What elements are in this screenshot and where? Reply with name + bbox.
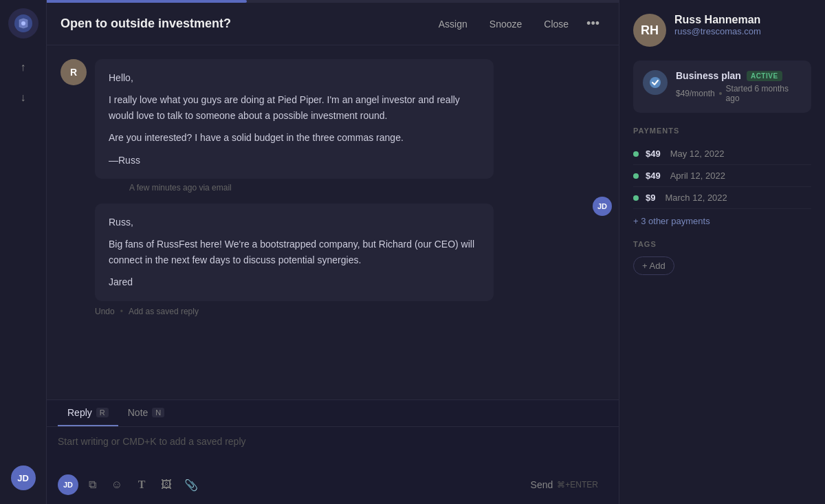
add-tag-button[interactable]: + Add	[633, 256, 674, 275]
emoji-icon-button[interactable]: ☺	[106, 474, 128, 496]
reply-actions: Undo • Add as saved reply	[95, 307, 605, 316]
composer-body[interactable]: Start writing or CMD+K to add a saved re…	[47, 427, 619, 468]
tags-section: TAGS + Add	[633, 240, 811, 275]
payment-dot-3	[633, 195, 639, 201]
conversation-title: Open to outside investment?	[60, 17, 429, 31]
image-icon: 🖼	[161, 479, 172, 491]
tab-reply[interactable]: Reply R	[58, 400, 118, 426]
message-body-1: I really love what you guys are doing at…	[109, 92, 480, 123]
composer-user-avatar: JD	[58, 474, 78, 495]
contact-info: Russ Hanneman russ@trescomas.com	[674, 14, 761, 36]
subscription-name: Business plan ACTIVE	[676, 70, 802, 81]
copy-icon-button[interactable]: ⧉	[81, 474, 103, 496]
composer-footer: JD ⧉ ☺ T 🖼 📎 Send ⌘+ENTER	[47, 468, 619, 504]
incoming-message: R Hello, I really love what you guys are…	[60, 59, 605, 193]
subscription-details: Business plan ACTIVE $49/month Started 6…	[676, 70, 802, 103]
sender-avatar: R	[60, 59, 87, 85]
payment-item-1: $49 May 12, 2022	[633, 143, 811, 165]
progress-fill	[47, 0, 247, 3]
undo-link[interactable]: Undo	[95, 307, 115, 316]
send-shortcut: ⌘+ENTER	[557, 480, 598, 490]
active-badge: ACTIVE	[747, 71, 782, 81]
snooze-button[interactable]: Snooze	[480, 14, 531, 34]
payments-title: PAYMENTS	[633, 127, 811, 135]
top-bar: Open to outside investment? Assign Snooz…	[47, 3, 619, 45]
subscription-card: Business plan ACTIVE $49/month Started 6…	[633, 61, 811, 113]
action-buttons: Assign Snooze Close •••	[429, 12, 605, 35]
assign-button[interactable]: Assign	[429, 14, 477, 34]
message-bubble: Hello, I really love what you guys are d…	[95, 59, 494, 179]
payment-item-2: $49 April 12, 2022	[633, 165, 811, 187]
contact-email: russ@trescomas.com	[674, 26, 761, 36]
image-icon-button[interactable]: 🖼	[155, 474, 177, 496]
app-logo	[8, 8, 38, 39]
down-arrow-icon: ↓	[21, 91, 26, 104]
reply-sign: Jared	[109, 274, 480, 289]
note-shortcut: N	[152, 408, 164, 417]
messages-area: R Hello, I really love what you guys are…	[47, 45, 619, 399]
reply-sender-badge: JD	[593, 197, 612, 216]
more-options-button[interactable]: •••	[581, 12, 605, 35]
reply-greeting: Russ,	[109, 215, 480, 230]
message-sign: —Russ	[109, 153, 480, 168]
payments-section: PAYMENTS $49 May 12, 2022 $49 April 12, …	[633, 127, 811, 226]
contact-header: RH Russ Hanneman russ@trescomas.com	[633, 14, 811, 47]
more-payments-link[interactable]: + 3 other payments	[633, 216, 811, 226]
nav-down-button[interactable]: ↓	[11, 85, 36, 110]
dot-separator: •	[120, 307, 123, 316]
message-body-2: Are you interested? I have a solid budge…	[109, 130, 480, 145]
contact-avatar: RH	[633, 14, 666, 47]
copy-icon: ⧉	[89, 479, 96, 491]
composer-tabs: Reply R Note N	[47, 400, 619, 427]
format-icon-button[interactable]: T	[131, 474, 153, 496]
payment-dot-1	[633, 151, 639, 157]
user-avatar-sidebar[interactable]: JD	[11, 465, 36, 490]
reply-message-container: Russ, Big fans of RussFest here! We're a…	[60, 204, 605, 316]
composer-placeholder: Start writing or CMD+K to add a saved re…	[58, 436, 246, 447]
message-time: A few minutes ago via email	[95, 183, 494, 193]
up-arrow-icon: ↑	[21, 61, 26, 74]
subscription-meta: $49/month Started 6 months ago	[676, 84, 802, 103]
contact-name: Russ Hanneman	[674, 14, 761, 26]
emoji-icon: ☺	[111, 479, 122, 491]
attachment-icon-button[interactable]: 📎	[180, 474, 202, 496]
payment-dot-2	[633, 173, 639, 179]
add-saved-reply-link[interactable]: Add as saved reply	[129, 307, 199, 316]
close-button[interactable]: Close	[534, 14, 578, 34]
composer-footer-right: Send ⌘+ENTER	[521, 474, 608, 495]
message-greeting: Hello,	[109, 70, 480, 85]
send-button[interactable]: Send ⌘+ENTER	[521, 474, 608, 495]
progress-bar	[47, 0, 619, 3]
reply-composer: Reply R Note N Start writing or CMD+K to…	[47, 399, 619, 504]
left-sidebar: ↑ ↓ JD	[0, 0, 47, 504]
svg-point-1	[21, 21, 25, 25]
payment-item-3: $9 March 12, 2022	[633, 187, 811, 209]
reply-body: Big fans of RussFest here! We're a boots…	[109, 237, 480, 267]
tab-note[interactable]: Note N	[118, 400, 175, 426]
subscription-icon	[643, 70, 668, 95]
reply-wrapper: Russ, Big fans of RussFest here! We're a…	[95, 204, 605, 301]
main-content: Open to outside investment? Assign Snooz…	[47, 0, 619, 504]
sub-dot-separator	[719, 92, 722, 95]
more-dots-icon: •••	[586, 17, 600, 30]
nav-up-button[interactable]: ↑	[11, 55, 36, 80]
format-icon: T	[138, 479, 146, 491]
attachment-icon: 📎	[184, 479, 198, 492]
reply-shortcut: R	[96, 408, 109, 417]
svg-point-2	[650, 77, 661, 88]
tags-title: TAGS	[633, 240, 811, 248]
reply-bubble: Russ, Big fans of RussFest here! We're a…	[95, 204, 494, 301]
right-panel: RH Russ Hanneman russ@trescomas.com Busi…	[619, 0, 825, 504]
